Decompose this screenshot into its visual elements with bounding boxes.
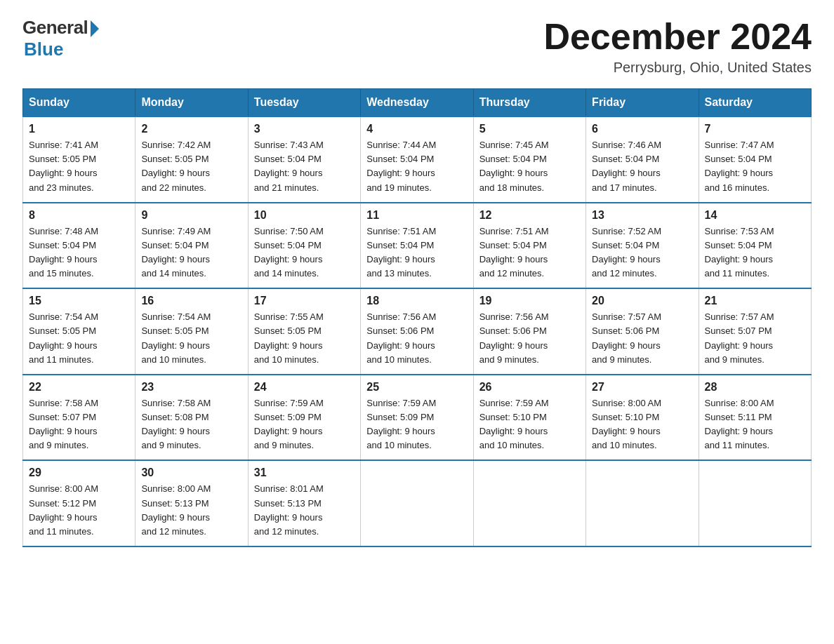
day-number: 26: [479, 381, 580, 394]
day-info: Sunrise: 7:47 AMSunset: 5:04 PMDaylight:…: [705, 138, 805, 195]
calendar-cell: 14Sunrise: 7:53 AMSunset: 5:04 PMDayligh…: [699, 203, 811, 289]
calendar-cell: 31Sunrise: 8:01 AMSunset: 5:13 PMDayligh…: [248, 460, 360, 546]
header-cell-saturday: Saturday: [699, 89, 811, 117]
week-row: 22Sunrise: 7:58 AMSunset: 5:07 PMDayligh…: [23, 375, 812, 461]
day-number: 27: [592, 381, 692, 394]
calendar-cell: 25Sunrise: 7:59 AMSunset: 5:09 PMDayligh…: [361, 375, 473, 461]
day-info: Sunrise: 8:01 AMSunset: 5:13 PMDaylight:…: [254, 482, 355, 539]
day-info: Sunrise: 7:58 AMSunset: 5:07 PMDaylight:…: [29, 396, 129, 453]
week-row: 8Sunrise: 7:48 AMSunset: 5:04 PMDaylight…: [23, 203, 812, 289]
day-info: Sunrise: 7:48 AMSunset: 5:04 PMDaylight:…: [29, 224, 129, 281]
day-info: Sunrise: 7:42 AMSunset: 5:05 PMDaylight:…: [141, 138, 241, 195]
day-info: Sunrise: 7:59 AMSunset: 5:09 PMDaylight:…: [366, 396, 467, 453]
day-number: 23: [141, 381, 241, 394]
day-number: 8: [29, 209, 129, 222]
day-number: 1: [29, 123, 129, 135]
header-row: SundayMondayTuesdayWednesdayThursdayFrid…: [23, 89, 812, 117]
day-number: 18: [366, 295, 467, 307]
logo-general-text: General: [22, 17, 88, 39]
day-number: 13: [592, 209, 692, 222]
calendar-body: 1Sunrise: 7:41 AMSunset: 5:05 PMDaylight…: [23, 116, 812, 546]
logo-arrow-icon: [91, 20, 99, 37]
calendar-cell: 19Sunrise: 7:56 AMSunset: 5:06 PMDayligh…: [473, 288, 585, 375]
day-info: Sunrise: 7:56 AMSunset: 5:06 PMDaylight:…: [366, 310, 467, 367]
day-info: Sunrise: 7:59 AMSunset: 5:09 PMDaylight:…: [254, 396, 355, 453]
day-info: Sunrise: 7:46 AMSunset: 5:04 PMDaylight:…: [592, 138, 692, 195]
day-number: 7: [705, 123, 805, 135]
day-info: Sunrise: 7:52 AMSunset: 5:04 PMDaylight:…: [592, 224, 692, 281]
calendar-cell: 24Sunrise: 7:59 AMSunset: 5:09 PMDayligh…: [248, 375, 360, 461]
title-block: December 2024 Perrysburg, Ohio, United S…: [543, 17, 812, 76]
day-number: 22: [29, 381, 129, 394]
calendar-cell: 26Sunrise: 7:59 AMSunset: 5:10 PMDayligh…: [473, 375, 585, 461]
day-info: Sunrise: 7:54 AMSunset: 5:05 PMDaylight:…: [141, 310, 241, 367]
calendar-cell: [586, 460, 699, 546]
calendar-cell: 29Sunrise: 8:00 AMSunset: 5:12 PMDayligh…: [23, 460, 135, 546]
calendar-cell: 22Sunrise: 7:58 AMSunset: 5:07 PMDayligh…: [23, 375, 135, 461]
day-info: Sunrise: 7:41 AMSunset: 5:05 PMDaylight:…: [29, 138, 129, 195]
logo-blue-text: Blue: [24, 39, 63, 60]
logo: General Blue: [22, 17, 99, 60]
week-row: 15Sunrise: 7:54 AMSunset: 5:05 PMDayligh…: [23, 288, 812, 375]
day-info: Sunrise: 7:45 AMSunset: 5:04 PMDaylight:…: [479, 138, 580, 195]
day-info: Sunrise: 7:49 AMSunset: 5:04 PMDaylight:…: [141, 224, 241, 281]
calendar-cell: 8Sunrise: 7:48 AMSunset: 5:04 PMDaylight…: [23, 203, 135, 289]
calendar-cell: [361, 460, 473, 546]
day-number: 30: [141, 467, 241, 479]
calendar-cell: 20Sunrise: 7:57 AMSunset: 5:06 PMDayligh…: [586, 288, 699, 375]
day-info: Sunrise: 7:54 AMSunset: 5:05 PMDaylight:…: [29, 310, 129, 367]
day-info: Sunrise: 7:57 AMSunset: 5:07 PMDaylight:…: [705, 310, 805, 367]
calendar-cell: 3Sunrise: 7:43 AMSunset: 5:04 PMDaylight…: [248, 116, 360, 203]
header-cell-monday: Monday: [135, 89, 248, 117]
header-cell-thursday: Thursday: [473, 89, 585, 117]
day-number: 17: [254, 295, 355, 307]
calendar-cell: 23Sunrise: 7:58 AMSunset: 5:08 PMDayligh…: [135, 375, 248, 461]
header-cell-wednesday: Wednesday: [361, 89, 473, 117]
day-number: 11: [366, 209, 467, 222]
calendar-cell: 4Sunrise: 7:44 AMSunset: 5:04 PMDaylight…: [361, 116, 473, 203]
day-info: Sunrise: 7:57 AMSunset: 5:06 PMDaylight:…: [592, 310, 692, 367]
location-subtitle: Perrysburg, Ohio, United States: [543, 60, 812, 76]
day-number: 14: [705, 209, 805, 222]
day-info: Sunrise: 8:00 AMSunset: 5:11 PMDaylight:…: [705, 396, 805, 453]
calendar-cell: 7Sunrise: 7:47 AMSunset: 5:04 PMDaylight…: [699, 116, 811, 203]
day-info: Sunrise: 7:53 AMSunset: 5:04 PMDaylight:…: [705, 224, 805, 281]
calendar-cell: 10Sunrise: 7:50 AMSunset: 5:04 PMDayligh…: [248, 203, 360, 289]
day-number: 5: [479, 123, 580, 135]
day-number: 19: [479, 295, 580, 307]
day-info: Sunrise: 7:43 AMSunset: 5:04 PMDaylight:…: [254, 138, 355, 195]
day-number: 12: [479, 209, 580, 222]
calendar-cell: 21Sunrise: 7:57 AMSunset: 5:07 PMDayligh…: [699, 288, 811, 375]
week-row: 1Sunrise: 7:41 AMSunset: 5:05 PMDaylight…: [23, 116, 812, 203]
day-info: Sunrise: 8:00 AMSunset: 5:12 PMDaylight:…: [29, 482, 129, 539]
calendar-cell: 17Sunrise: 7:55 AMSunset: 5:05 PMDayligh…: [248, 288, 360, 375]
calendar-cell: [699, 460, 811, 546]
day-number: 31: [254, 467, 355, 479]
header-cell-friday: Friday: [586, 89, 699, 117]
day-info: Sunrise: 7:55 AMSunset: 5:05 PMDaylight:…: [254, 310, 355, 367]
day-number: 16: [141, 295, 241, 307]
calendar-cell: 16Sunrise: 7:54 AMSunset: 5:05 PMDayligh…: [135, 288, 248, 375]
calendar-cell: 30Sunrise: 8:00 AMSunset: 5:13 PMDayligh…: [135, 460, 248, 546]
day-info: Sunrise: 8:00 AMSunset: 5:13 PMDaylight:…: [141, 482, 241, 539]
calendar-table: SundayMondayTuesdayWednesdayThursdayFrid…: [22, 88, 812, 547]
day-number: 25: [366, 381, 467, 394]
calendar-cell: 5Sunrise: 7:45 AMSunset: 5:04 PMDaylight…: [473, 116, 585, 203]
header-cell-sunday: Sunday: [23, 89, 135, 117]
day-info: Sunrise: 7:56 AMSunset: 5:06 PMDaylight:…: [479, 310, 580, 367]
calendar-cell: 12Sunrise: 7:51 AMSunset: 5:04 PMDayligh…: [473, 203, 585, 289]
calendar-cell: 15Sunrise: 7:54 AMSunset: 5:05 PMDayligh…: [23, 288, 135, 375]
calendar-cell: 13Sunrise: 7:52 AMSunset: 5:04 PMDayligh…: [586, 203, 699, 289]
day-info: Sunrise: 7:51 AMSunset: 5:04 PMDaylight:…: [479, 224, 580, 281]
day-number: 6: [592, 123, 692, 135]
page-header: General Blue December 2024 Perrysburg, O…: [22, 17, 812, 76]
calendar-cell: 27Sunrise: 8:00 AMSunset: 5:10 PMDayligh…: [586, 375, 699, 461]
calendar-cell: 28Sunrise: 8:00 AMSunset: 5:11 PMDayligh…: [699, 375, 811, 461]
day-number: 15: [29, 295, 129, 307]
day-info: Sunrise: 7:51 AMSunset: 5:04 PMDaylight:…: [366, 224, 467, 281]
day-number: 24: [254, 381, 355, 394]
calendar-header: SundayMondayTuesdayWednesdayThursdayFrid…: [23, 89, 812, 117]
day-number: 2: [141, 123, 241, 135]
day-info: Sunrise: 7:50 AMSunset: 5:04 PMDaylight:…: [254, 224, 355, 281]
calendar-cell: 9Sunrise: 7:49 AMSunset: 5:04 PMDaylight…: [135, 203, 248, 289]
